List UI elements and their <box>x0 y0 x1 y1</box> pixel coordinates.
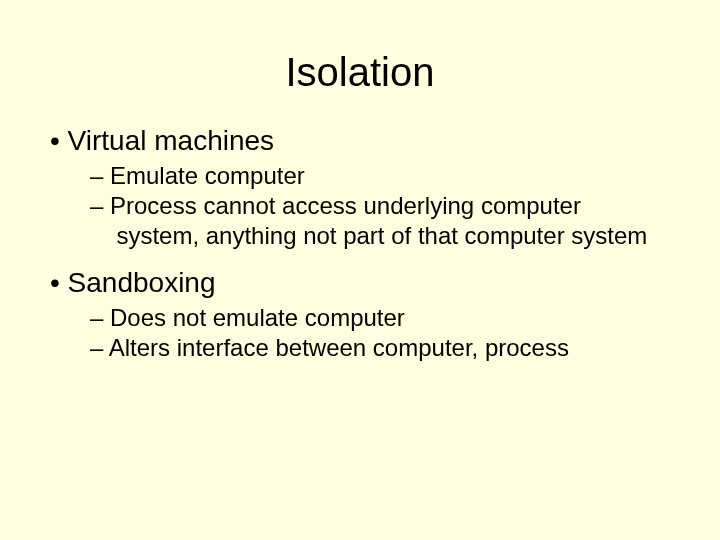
bullet-text: Sandboxing <box>68 267 216 298</box>
sub-bullet-item: Process cannot access underlying compute… <box>90 191 670 251</box>
bullet-list: Virtual machines Emulate computer Proces… <box>50 125 670 363</box>
bullet-item: Virtual machines Emulate computer Proces… <box>50 125 670 251</box>
bullet-item: Sandboxing Does not emulate computer Alt… <box>50 267 670 363</box>
sub-bullet-item: Alters interface between computer, proce… <box>90 333 670 363</box>
sub-bullet-list: Does not emulate computer Alters interfa… <box>50 303 670 363</box>
sub-bullet-item: Emulate computer <box>90 161 670 191</box>
slide: Isolation Virtual machines Emulate compu… <box>0 0 720 540</box>
bullet-text: Virtual machines <box>68 125 274 156</box>
sub-bullet-list: Emulate computer Process cannot access u… <box>50 161 670 251</box>
sub-bullet-item: Does not emulate computer <box>90 303 670 333</box>
slide-title: Isolation <box>50 50 670 95</box>
